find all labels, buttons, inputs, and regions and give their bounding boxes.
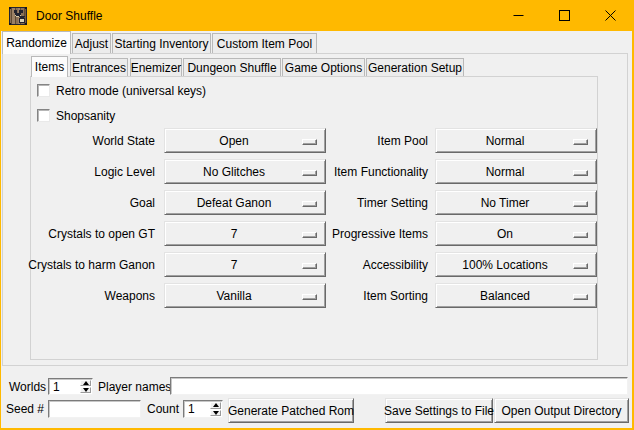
timer-setting-dropdown[interactable]: No Timer — [435, 190, 597, 215]
open-output-directory-button[interactable]: Open Output Directory — [494, 398, 629, 423]
worlds-spin-down[interactable] — [80, 387, 91, 393]
dropdown-indicator-icon — [573, 232, 588, 238]
world-state-label: World State — [0, 128, 155, 153]
window: Door Shuffle Randomize Adjust Starting I… — [0, 0, 634, 430]
crystals-open-gt-label: Crystals to open GT — [0, 221, 155, 246]
worlds-spinbox[interactable]: 1 — [48, 378, 93, 395]
generate-patched-rom-button[interactable]: Generate Patched Rom — [228, 398, 354, 423]
progressive-items-dropdown[interactable]: On — [435, 221, 597, 246]
dropdown-indicator-icon — [573, 170, 588, 176]
save-settings-button[interactable]: Save Settings to File — [385, 398, 493, 423]
crystals-harm-ganon-label: Crystals to harm Ganon — [0, 252, 155, 277]
progressive-items-label: Progressive Items — [273, 221, 428, 246]
close-button[interactable] — [587, 0, 633, 31]
item-sorting-dropdown[interactable]: Balanced — [435, 283, 597, 308]
shopsanity-label: Shopsanity — [56, 109, 115, 123]
tab-game-options[interactable]: Game Options — [282, 58, 365, 76]
minimize-button[interactable] — [495, 0, 541, 31]
shopsanity-checkbox[interactable] — [37, 109, 50, 122]
weapons-label: Weapons — [0, 283, 155, 308]
item-functionality-label: Item Functionality — [273, 159, 428, 184]
worlds-spin-up[interactable] — [80, 380, 91, 386]
dropdown-indicator-icon — [573, 263, 588, 269]
seed-label: Seed # — [6, 400, 44, 417]
timer-setting-label: Timer Setting — [273, 190, 428, 215]
retro-mode-label: Retro mode (universal keys) — [56, 84, 206, 98]
accessibility-dropdown[interactable]: 100% Locations — [435, 252, 597, 277]
spin-up-icon — [83, 381, 89, 385]
minimize-icon — [513, 10, 524, 21]
player-names-input[interactable] — [174, 379, 625, 393]
goal-label: Goal — [0, 190, 155, 215]
item-pool-dropdown[interactable]: Normal — [435, 128, 597, 153]
seed-input[interactable] — [52, 402, 138, 416]
worlds-label: Worlds — [9, 378, 46, 395]
shopsanity-checkbox-row: Shopsanity — [37, 109, 115, 122]
spin-down-icon — [213, 411, 219, 415]
count-spinbox[interactable]: 1 — [183, 400, 223, 418]
tab-entrances[interactable]: Entrances — [70, 58, 128, 76]
item-functionality-dropdown[interactable]: Normal — [435, 159, 597, 184]
spin-up-icon — [213, 403, 219, 407]
tab-generation-setup[interactable]: Generation Setup — [366, 58, 464, 76]
dropdown-indicator-icon — [573, 294, 588, 300]
maximize-icon — [559, 10, 570, 21]
tab-starting-inventory[interactable]: Starting Inventory — [112, 33, 211, 53]
tab-randomize[interactable]: Randomize — [2, 31, 71, 54]
player-names-field[interactable] — [170, 377, 628, 395]
count-spin-up[interactable] — [210, 402, 221, 409]
retro-mode-checkbox-row: Retro mode (universal keys) — [37, 84, 206, 97]
count-label: Count — [147, 400, 179, 417]
count-spin-down[interactable] — [210, 410, 221, 417]
seed-field[interactable] — [48, 400, 141, 418]
tab-adjust[interactable]: Adjust — [72, 33, 111, 53]
window-title: Door Shuffle — [36, 0, 103, 31]
logic-level-label: Logic Level — [0, 159, 155, 184]
item-sorting-label: Item Sorting — [273, 283, 428, 308]
tab-dungeon-shuffle[interactable]: Dungeon Shuffle — [183, 58, 281, 76]
maximize-button[interactable] — [541, 0, 587, 31]
door-icon — [9, 7, 27, 25]
dropdown-indicator-icon — [573, 201, 588, 207]
accessibility-label: Accessibility — [273, 252, 428, 277]
spin-down-icon — [83, 388, 89, 392]
tab-items[interactable]: Items — [31, 56, 68, 77]
close-icon — [605, 10, 616, 21]
tab-enemizer[interactable]: Enemizer — [130, 58, 182, 76]
item-pool-label: Item Pool — [273, 128, 428, 153]
dropdown-indicator-icon — [573, 139, 588, 145]
tab-custom-item-pool[interactable]: Custom Item Pool — [212, 33, 317, 53]
retro-mode-checkbox[interactable] — [37, 84, 50, 97]
player-names-label: Player names — [98, 378, 171, 395]
